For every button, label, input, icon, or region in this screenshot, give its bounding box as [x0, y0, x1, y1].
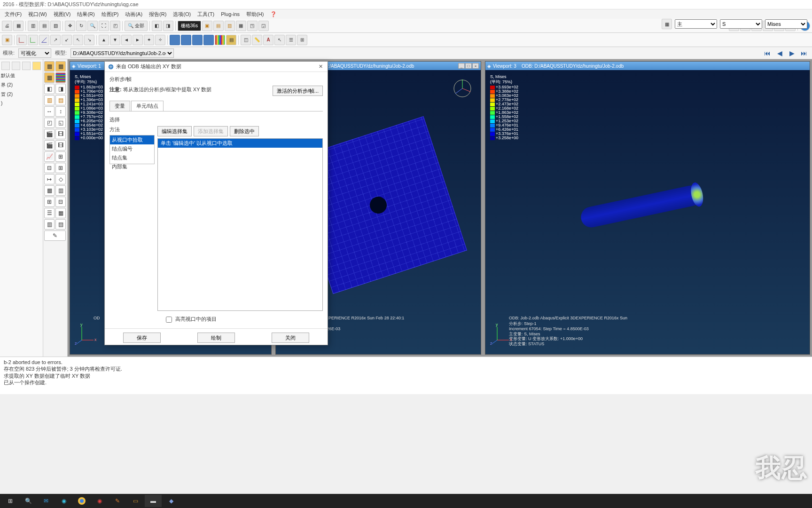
cursor-icon[interactable]: ↖ [274, 35, 285, 45]
rotate-icon[interactable]: ↻ [76, 21, 86, 31]
pal-25[interactable]: ⊞ [44, 197, 55, 207]
pal-20[interactable]: ⊞ [55, 163, 66, 173]
render-6[interactable]: ▤ [226, 35, 236, 45]
render-3[interactable] [192, 35, 203, 45]
triad-6[interactable]: ✧ [155, 35, 165, 45]
edit-selection-button[interactable]: 编辑选择集 [157, 126, 192, 136]
method-nodeid[interactable]: 结点编号 [110, 144, 154, 153]
viewport-3[interactable]: ◈ Viewport: 3 ODB: D:/ABAQUSSTUDY/dz/hun… [485, 61, 810, 355]
view-btn-1[interactable]: ◳ [247, 21, 258, 31]
text-icon[interactable]: A [263, 35, 273, 45]
tb-chrome-icon[interactable] [73, 495, 90, 507]
prev-frame-icon[interactable]: ◀ [774, 48, 785, 58]
zoom-fit-icon[interactable]: ⛶ [99, 21, 109, 31]
ruler-icon[interactable]: 📏 [252, 35, 262, 45]
rt-combo3[interactable]: Mises [765, 19, 807, 29]
method-pick[interactable]: 从视口中拾取 [110, 135, 154, 144]
last-frame-icon[interactable]: ⏭ [799, 48, 809, 58]
cube2-icon[interactable]: ▤ [213, 21, 224, 31]
zoom-box-icon[interactable]: 🔍 [87, 21, 98, 31]
method-list[interactable]: 从视口中拾取 结点编号 结点集 内部集 [109, 135, 155, 164]
triad-1[interactable]: ▲ [99, 35, 109, 45]
pal-4[interactable] [55, 72, 66, 83]
vp2-compass-3d-icon[interactable] [451, 77, 474, 100]
vp2-min-icon[interactable]: _ [458, 63, 465, 69]
lp-ico3[interactable] [22, 62, 31, 70]
rt-icon1[interactable]: ▦ [662, 19, 672, 29]
tab-elem-nodes[interactable]: 单元/结点 [131, 101, 164, 111]
plot-button[interactable]: 绘制 [197, 333, 235, 343]
pal-7[interactable]: ▥ [44, 95, 55, 105]
pal-18[interactable]: ⊞ [55, 151, 66, 162]
save-button[interactable]: 保存 [123, 333, 161, 343]
tb-app1-icon[interactable]: ◉ [91, 495, 108, 507]
cube3-icon[interactable]: ▥ [225, 21, 235, 31]
next-frame-icon[interactable]: ▶ [787, 48, 797, 58]
pal-11[interactable]: ◰ [44, 118, 55, 128]
pal-26[interactable]: ⊟ [55, 197, 66, 207]
tb-abq-icon[interactable]: ◆ [163, 495, 180, 507]
delete-selection-button[interactable]: 删除选中 [230, 126, 259, 136]
menu-viewport[interactable]: 视口(W) [25, 10, 50, 19]
view-btn-2[interactable]: ◲ [258, 21, 269, 31]
selection-list[interactable]: 单击 '编辑选中' 以从视口中选取 [157, 138, 323, 311]
lp-ico4[interactable] [32, 62, 41, 70]
pal-10[interactable]: ↕ [55, 106, 66, 117]
menu-options[interactable]: 选项(O) [170, 10, 194, 19]
model-select[interactable]: D:/ABAQUSSTUDY/dz/huningtu/Job-2.odb [70, 48, 174, 58]
menu-view[interactable]: 视图(V) [51, 10, 74, 19]
rt-combo1[interactable]: 主 [675, 19, 717, 29]
pal-17[interactable]: 📈 [44, 151, 55, 162]
tb-term-icon[interactable]: ▬ [145, 495, 162, 507]
vp2-close-icon[interactable]: × [472, 63, 479, 69]
all-button[interactable]: 🔍 全部 [125, 21, 148, 31]
triad-3[interactable]: ◄ [121, 35, 132, 45]
tb-edge-icon[interactable]: ◉ [55, 495, 72, 507]
pal-15[interactable]: 🎬 [44, 140, 55, 151]
pal-27[interactable]: ☰ [44, 208, 55, 218]
highlight-checkbox[interactable]: 高亮视口中的项目 [166, 316, 217, 322]
align-left-icon[interactable]: ▥ [28, 21, 38, 31]
menu-plot[interactable]: 绘图(P) [99, 10, 122, 19]
pal-23[interactable]: ▦ [44, 185, 55, 196]
yz-icon[interactable] [28, 35, 38, 45]
tb-app2-icon[interactable]: ✎ [109, 495, 126, 507]
xy-icon[interactable] [16, 35, 27, 45]
tb-search-icon[interactable]: 🔍 [20, 495, 37, 507]
pal-3[interactable]: ▦ [44, 72, 55, 83]
menu-result[interactable]: 结果(R) [74, 10, 97, 19]
align-mid-icon[interactable]: ▤ [39, 21, 49, 31]
pal-13[interactable]: 🎬 [44, 129, 55, 139]
help-icon[interactable]: ❓ [267, 10, 280, 18]
close-button[interactable]: 关闭 [272, 333, 309, 343]
render-5[interactable] [215, 35, 225, 45]
xz-icon[interactable] [39, 35, 49, 45]
triad-4[interactable]: ► [133, 35, 143, 45]
lp-ico1[interactable] [1, 62, 10, 70]
grid-icon[interactable]: ⊞ [297, 35, 307, 45]
axis-1[interactable]: ↗ [50, 35, 61, 45]
layers-icon[interactable]: ▦ [13, 21, 23, 31]
iso-icon[interactable]: ◧ [152, 21, 162, 31]
first-frame-icon[interactable]: ⏮ [762, 48, 773, 58]
list-icon[interactable]: ☰ [286, 35, 296, 45]
pal-30[interactable]: ▤ [55, 219, 66, 230]
menu-anim[interactable]: 动画(A) [122, 10, 145, 19]
box-icon[interactable]: ▣ [2, 35, 12, 45]
pal-9[interactable]: ↔ [44, 106, 55, 117]
dialog-title-bar[interactable]: 来自 ODB 场输出的 XY 数据 ✕ [105, 62, 328, 72]
pal-21[interactable]: ↦ [44, 174, 55, 184]
render-4[interactable] [203, 35, 214, 45]
tb-app3-icon[interactable]: ▭ [127, 495, 144, 507]
dialog-close-icon[interactable]: ✕ [316, 64, 325, 70]
rt-combo2[interactable]: S [720, 19, 762, 29]
vp2-max-icon[interactable]: □ [465, 63, 472, 69]
pal-24[interactable]: ▥ [55, 185, 66, 196]
triad-5[interactable]: ✦ [144, 35, 154, 45]
axis-3[interactable]: ↖ [73, 35, 83, 45]
pan-icon[interactable]: ✥ [65, 21, 75, 31]
menu-plugins[interactable]: Plug-ins [218, 10, 242, 18]
pal-16[interactable]: 🎞 [55, 140, 66, 151]
tb-start-icon[interactable]: ⊞ [2, 495, 19, 507]
pal-5[interactable]: ◧ [44, 84, 55, 94]
